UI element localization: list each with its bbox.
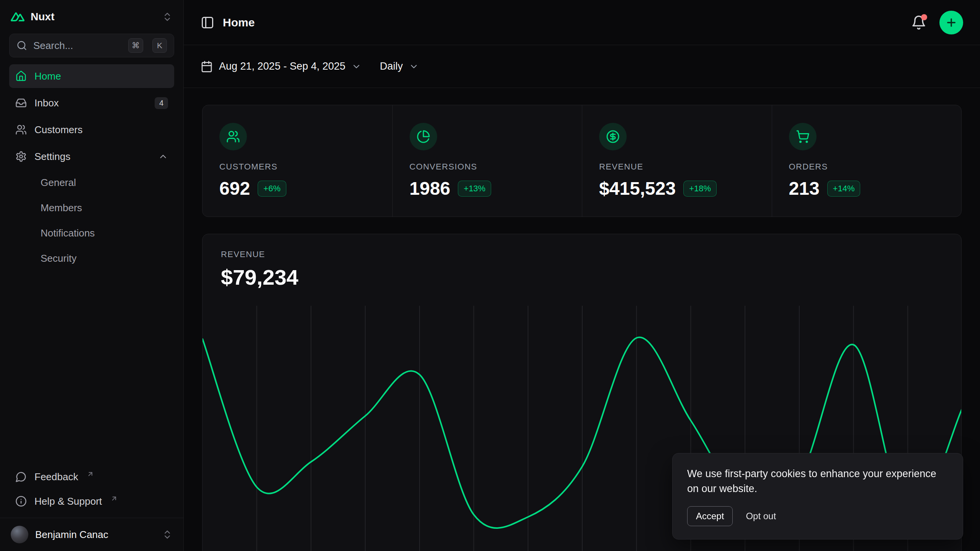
date-range-picker[interactable]: Aug 21, 2025 - Sep 4, 2025	[201, 60, 361, 73]
stat-value: 1986	[410, 178, 451, 199]
stat-delta-badge: +13%	[458, 181, 491, 197]
chevron-up-icon	[158, 152, 168, 161]
stat-customers: CUSTOMERS 692 +6%	[203, 105, 392, 217]
avatar	[11, 526, 28, 543]
cookie-message: We use first-party cookies to enhance yo…	[687, 466, 948, 496]
sidebar-item-customers[interactable]: Customers	[9, 118, 174, 142]
chevrons-up-down-icon	[162, 529, 173, 540]
sidebar-item-label: Home	[34, 70, 61, 82]
search-placeholder: Search...	[33, 40, 122, 52]
stat-conversions: CONVERSIONS 1986 +13%	[392, 105, 582, 217]
kbd-cmd: ⌘	[128, 38, 143, 53]
stats-card: CUSTOMERS 692 +6% CONVERSIONS 1986	[202, 105, 962, 217]
sidebar-item-settings[interactable]: Settings	[9, 145, 174, 168]
sidebar-item-general[interactable]: General	[9, 171, 174, 194]
sidebar-item-security[interactable]: Security	[9, 247, 174, 269]
external-link-icon	[87, 470, 94, 478]
chevron-down-icon	[351, 62, 361, 72]
stat-icon-wrap	[410, 123, 437, 150]
stat-revenue: REVENUE $415,523 +18%	[582, 105, 772, 217]
sidebar-child-label: General	[41, 177, 76, 189]
notification-dot	[921, 14, 927, 20]
stat-icon-wrap	[599, 123, 627, 150]
search-input[interactable]: Search... ⌘ K	[9, 34, 174, 57]
sidebar-item-notifications[interactable]: Notifications	[9, 222, 174, 244]
search-icon	[16, 40, 27, 51]
granularity-select[interactable]: Daily	[380, 60, 419, 72]
external-link-icon	[110, 495, 118, 502]
stat-label: ORDERS	[789, 162, 945, 172]
inbox-count-badge: 4	[155, 97, 168, 109]
accept-cookies-button[interactable]: Accept	[687, 506, 733, 526]
stat-value: $415,523	[599, 178, 676, 199]
panel-left-icon[interactable]	[201, 16, 214, 29]
stat-label: REVENUE	[599, 162, 755, 172]
sidebar-footer-nav: Feedback Help & Support	[0, 466, 183, 518]
sidebar-item-label: Customers	[34, 124, 83, 136]
kbd-k: K	[152, 38, 167, 53]
plus-icon	[945, 16, 957, 29]
nuxt-logo-icon	[11, 10, 24, 24]
stat-delta-badge: +14%	[827, 181, 861, 197]
filter-toolbar: Aug 21, 2025 - Sep 4, 2025 Daily	[184, 45, 980, 88]
gear-icon	[15, 151, 27, 162]
add-button[interactable]	[939, 11, 963, 34]
sidebar: Nuxt Search... ⌘ K Home	[0, 0, 184, 551]
optout-cookies-button[interactable]: Opt out	[746, 511, 776, 522]
sidebar-spacer	[0, 269, 183, 466]
header-actions	[911, 11, 963, 34]
date-range-label: Aug 21, 2025 - Sep 4, 2025	[219, 60, 345, 72]
cookie-actions: Accept Opt out	[687, 506, 948, 526]
users-icon	[15, 124, 27, 135]
sidebar-item-inbox[interactable]: Inbox 4	[9, 91, 174, 115]
pie-chart-icon	[416, 130, 430, 143]
dollar-circle-icon	[606, 130, 620, 143]
stat-value: 692	[219, 178, 250, 199]
stat-label: CUSTOMERS	[219, 162, 376, 172]
sidebar-child-label: Security	[41, 253, 77, 264]
workspace-selector[interactable]: Nuxt	[0, 0, 183, 31]
notifications-button[interactable]	[911, 15, 926, 30]
message-bubble-icon	[15, 471, 27, 483]
chevrons-up-down-icon	[162, 11, 173, 22]
calendar-icon	[201, 60, 213, 73]
chevron-down-icon	[409, 62, 419, 72]
help-support-link[interactable]: Help & Support	[9, 490, 174, 512]
info-circle-icon	[15, 496, 27, 507]
user-menu[interactable]: Benjamin Canac	[0, 518, 183, 551]
sidebar-nav: Home Inbox 4 Customers	[0, 64, 183, 269]
stat-delta-badge: +6%	[258, 181, 286, 197]
stat-icon-wrap	[789, 123, 817, 150]
sidebar-child-label: Notifications	[41, 227, 95, 239]
stat-delta-badge: +18%	[683, 181, 717, 197]
page-header: Home	[184, 0, 980, 45]
sidebar-item-members[interactable]: Members	[9, 197, 174, 219]
sidebar-item-label: Inbox	[34, 97, 59, 109]
users-icon	[226, 130, 240, 143]
cart-icon	[796, 130, 810, 143]
sidebar-item-label: Settings	[34, 151, 70, 163]
revenue-card-value: $79,234	[203, 265, 961, 290]
cookie-banner: We use first-party cookies to enhance yo…	[672, 453, 963, 540]
revenue-card-label: REVENUE	[203, 249, 961, 259]
footer-item-label: Feedback	[34, 471, 78, 483]
inbox-icon	[15, 97, 27, 109]
stat-value: 213	[789, 178, 820, 199]
workspace-name: Nuxt	[31, 11, 54, 23]
user-name: Benjamin Canac	[35, 529, 108, 541]
feedback-link[interactable]: Feedback	[9, 466, 174, 488]
page-title: Home	[223, 16, 255, 29]
stat-orders: ORDERS 213 +14%	[772, 105, 962, 217]
granularity-label: Daily	[380, 60, 403, 72]
sidebar-child-label: Members	[41, 202, 82, 214]
home-icon	[15, 70, 27, 82]
stat-label: CONVERSIONS	[410, 162, 565, 172]
footer-item-label: Help & Support	[34, 496, 102, 507]
sidebar-item-home[interactable]: Home	[9, 64, 174, 88]
stat-icon-wrap	[219, 123, 247, 150]
